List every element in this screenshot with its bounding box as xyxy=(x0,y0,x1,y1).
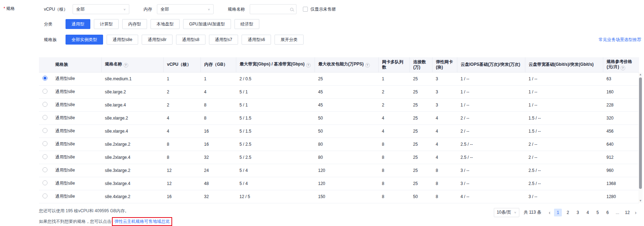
category-button-4[interactable]: GPU加速/AI加速型 xyxy=(183,19,231,29)
category-button-5[interactable]: 经济型 xyxy=(235,19,259,29)
row-radio[interactable] xyxy=(43,115,47,120)
cell-name: s8e.3xlarge.2 xyxy=(101,164,163,177)
vertical-scrollbar[interactable]: ▲ ▼ xyxy=(638,73,643,203)
table-row[interactable]: 通用型s8es8e.3xlarge.212245 / 412082583 / -… xyxy=(39,164,639,177)
memory-select[interactable]: 全部 ∨ xyxy=(157,4,214,14)
column-header-label: 连接数(万) xyxy=(413,59,426,70)
scroll-up-icon[interactable]: ▲ xyxy=(638,73,643,77)
page-ellipsis: ... xyxy=(614,209,621,216)
cell-mem: 4 xyxy=(200,85,236,98)
column-header-label: 弹性网卡(块) xyxy=(436,59,453,70)
column-header-10: 云盘带宽基础(Gbit/s)/突发(Gbit/s) xyxy=(525,57,603,72)
row-radio[interactable] xyxy=(43,154,47,159)
scrollbar-thumb[interactable] xyxy=(639,77,642,189)
page-2[interactable]: 2 xyxy=(564,209,572,216)
scenario-recommend-link[interactable]: 常见业务场景选型推荐 xyxy=(599,37,641,43)
table-row[interactable]: 通用型s8es8e.medium.1112 / 0.52512531 / --1… xyxy=(39,72,639,85)
cell-name: s8e.4xlarge.2 xyxy=(101,190,163,203)
row-radio[interactable] xyxy=(43,102,47,107)
table-row[interactable]: 通用型s8es8e.xlarge.2485 / 1.55042542 / --1… xyxy=(39,111,639,124)
cell-name: s8e.xlarge.4 xyxy=(101,124,163,138)
page-5[interactable]: 5 xyxy=(594,209,601,216)
cell-bandwidth: 2 / 0.5 xyxy=(236,72,315,85)
cell-family: 通用型s8e xyxy=(52,111,101,124)
cell-price: 1280 xyxy=(603,190,639,203)
column-header-7: 连接数(万) xyxy=(409,57,432,72)
family-button-4[interactable]: 通用型s7 xyxy=(209,35,238,45)
row-radio[interactable] xyxy=(43,141,47,146)
table-row[interactable]: 通用型s8es8e.3xlarge.412485 / 412082583 / -… xyxy=(39,177,639,190)
cell-disk_bandwidth: 1 / -- xyxy=(525,85,603,98)
cell-name: s8e.2xlarge.4 xyxy=(101,151,163,164)
help-icon[interactable]: ? xyxy=(621,66,625,70)
row-radio[interactable] xyxy=(43,89,47,94)
help-icon[interactable]: ? xyxy=(306,63,311,68)
family-button-5[interactable]: 通用型s6 xyxy=(242,35,271,45)
row-radio[interactable] xyxy=(43,76,47,81)
cell-iops: 2 / -- xyxy=(457,111,525,124)
page-6[interactable]: 6 xyxy=(604,209,611,216)
family-button-2[interactable]: 通用型s8r xyxy=(142,35,173,45)
category-button-0[interactable]: 通用型 xyxy=(66,19,90,29)
vcpu-select[interactable]: 全部 ∨ xyxy=(73,4,129,14)
cell-vcpu: 1 xyxy=(163,72,200,85)
page-size-select[interactable]: 10条/页 ∨ xyxy=(494,208,519,217)
cell-nics: 3 xyxy=(432,72,457,85)
cell-family: 通用型s8e xyxy=(52,151,101,164)
row-radio[interactable] xyxy=(43,193,47,198)
table-row[interactable]: 通用型s8es8e.xlarge.44165 / 1.55042542 / --… xyxy=(39,124,639,138)
table-row[interactable]: 通用型s8es8e.2xlarge.28165 / 2.58082542.5 /… xyxy=(39,138,639,151)
flavor-table-wrap: 规格族规格名称?vCPU（核）内存（GB）最大带宽(Gbps) / 基准带宽(G… xyxy=(39,57,639,203)
flavor-name-search[interactable] xyxy=(250,4,296,14)
category-button-1[interactable]: 计算型 xyxy=(94,19,119,29)
flavor-regions-link[interactable]: 弹性云主机规格可售地域总览 xyxy=(114,219,170,224)
table-row[interactable]: 通用型s8es8e.4xlarge.2163212 / 515085084 / … xyxy=(39,190,639,203)
cell-queues: 8 xyxy=(378,164,409,177)
page-4[interactable]: 4 xyxy=(584,209,592,216)
column-header-5: 最大收发包能力(万PPS)? xyxy=(315,57,378,72)
cell-nics: 4 xyxy=(432,124,457,138)
cell-bandwidth: 5 / 1.5 xyxy=(236,111,315,124)
flavor-name-input[interactable] xyxy=(253,6,290,12)
table-row[interactable]: 通用型s8es8e.large.2245 / 14522531 / --1 / … xyxy=(39,85,639,98)
row-radio[interactable] xyxy=(43,167,47,172)
next-page-button[interactable]: › xyxy=(635,209,637,216)
help-icon[interactable]: ? xyxy=(365,63,370,68)
cell-iops: 1 / -- xyxy=(457,85,525,98)
column-header-label: 最大收发包能力(万PPS) xyxy=(318,62,364,66)
cell-family: 通用型s8e xyxy=(52,98,101,111)
soldout-checkbox-label[interactable]: 仅显示未售罄 xyxy=(310,6,336,12)
table-row[interactable]: 通用型s8es8e.large.4285 / 14522531 / --1 / … xyxy=(39,98,639,111)
cell-vcpu: 8 xyxy=(163,138,200,151)
page-3[interactable]: 3 xyxy=(574,209,582,216)
category-button-3[interactable]: 本地盘型 xyxy=(151,19,180,29)
help-icon[interactable]: ? xyxy=(124,63,128,68)
row-radio[interactable] xyxy=(43,180,47,185)
cell-family: 通用型s8e xyxy=(52,72,101,85)
cell-vcpu: 2 xyxy=(163,85,200,98)
prev-page-button[interactable]: ‹ xyxy=(549,209,550,216)
cell-iops: 2.5 / -- xyxy=(457,138,525,151)
row-radio[interactable] xyxy=(43,128,47,133)
family-row: 规格族 全部实例类型通用型s8e通用型s8r通用型s8通用型s7通用型s6 展开… xyxy=(39,35,644,45)
family-button-1[interactable]: 通用型s8e xyxy=(107,35,138,45)
cell-mem: 32 xyxy=(200,151,236,164)
cell-iops: 1 / -- xyxy=(457,72,525,85)
category-button-2[interactable]: 内存型 xyxy=(122,19,147,29)
page-1[interactable]: 1 xyxy=(554,209,562,216)
scroll-down-icon[interactable]: ▼ xyxy=(638,199,643,203)
soldout-checkbox[interactable] xyxy=(303,7,308,12)
expand-categories-button[interactable]: 展开分类 xyxy=(275,35,304,45)
table-row[interactable]: 通用型s8es8e.2xlarge.48325 / 2.58082542.5 /… xyxy=(39,151,639,164)
cell-vcpu: 2 xyxy=(163,98,200,111)
column-header-label: 规格名称 xyxy=(105,62,122,66)
family-button-3[interactable]: 通用型s8 xyxy=(176,35,205,45)
cell-disk_bandwidth: 2 / -- xyxy=(525,138,603,151)
cell-connections: 25 xyxy=(409,111,432,124)
table-body: 通用型s8es8e.medium.1112 / 0.52512531 / --1… xyxy=(39,72,639,203)
cell-iops: 4 / -- xyxy=(457,190,525,203)
cell-connections: 25 xyxy=(409,151,432,164)
family-button-0[interactable]: 全部实例类型 xyxy=(66,35,103,45)
memory-filter-label: 内存 xyxy=(143,6,152,12)
page-12[interactable]: 12 xyxy=(623,209,631,216)
